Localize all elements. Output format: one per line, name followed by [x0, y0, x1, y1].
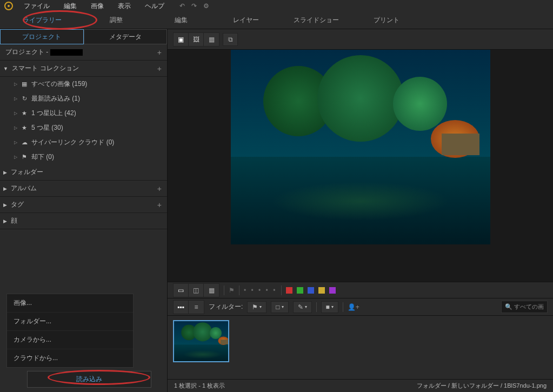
tab-adjust[interactable]: 調整	[84, 12, 149, 28]
section-face[interactable]: ▶ 顔	[0, 213, 167, 229]
filter-flag-btn[interactable]: ⚑▾	[247, 301, 266, 313]
color-swatch-green[interactable]	[297, 287, 303, 294]
view-single-icon[interactable]: ▣	[174, 33, 189, 46]
tab-edit[interactable]: 編集	[149, 12, 214, 28]
section-smart-collection[interactable]: ▼ スマート コレクション +	[0, 61, 167, 77]
redo-icon[interactable]: ↷	[191, 2, 197, 10]
selection-status: 1 枚選択 - 1 枚表示	[174, 382, 225, 390]
app-logo-icon	[4, 2, 13, 10]
tree-one-star[interactable]: ▷★1 つ星以上 (42)	[0, 106, 167, 121]
thumb-size-small-icon[interactable]: ▪▪▪	[174, 301, 189, 314]
section-album[interactable]: ▶ アルバム+	[0, 181, 167, 197]
add-tag-icon[interactable]: +	[157, 201, 162, 209]
add-person-icon[interactable]: 👤+	[348, 303, 359, 311]
layout-single-icon[interactable]: ▭	[174, 284, 189, 297]
flag-icon: ⚑	[21, 154, 28, 161]
add-smart-collection-icon[interactable]: +	[157, 64, 162, 73]
preview-area	[168, 50, 553, 282]
tree-rejected[interactable]: ▷⚑却下 (0)	[0, 150, 167, 164]
sidebar: プロジェクト メタデータ プロジェクト - + ▼ スマート コレクション + …	[0, 29, 168, 392]
thumb-size-list-icon[interactable]: ≡	[189, 301, 204, 314]
tree-label: すべての画像 (159)	[31, 79, 87, 89]
view-photo-icon[interactable]: 🖼	[189, 33, 204, 46]
star-icon: ★	[21, 110, 28, 117]
project-row[interactable]: プロジェクト - +	[0, 44, 167, 61]
import-folder-item[interactable]: フォルダー...	[7, 313, 133, 331]
tree-label: 1 つ星以上 (42)	[31, 109, 76, 118]
preview-image[interactable]	[231, 50, 490, 244]
sidetab-metadata[interactable]: メタデータ	[84, 29, 168, 44]
menu-help[interactable]: ヘルプ	[138, 0, 171, 12]
project-label: プロジェクト -	[5, 48, 50, 56]
section-tag[interactable]: ▶ タグ+	[0, 197, 167, 213]
color-swatch-yellow[interactable]	[318, 287, 325, 294]
tab-slideshow[interactable]: スライドショー	[278, 12, 354, 28]
menu-view[interactable]: 表示	[111, 0, 137, 12]
section-folder[interactable]: ▶ フォルダー	[0, 164, 167, 181]
menu-edit[interactable]: 編集	[57, 0, 83, 12]
tree-recent-import[interactable]: ▷↻最新読み込み (1)	[0, 91, 167, 106]
tree-all-images[interactable]: ▷▦すべての画像 (159)	[0, 77, 167, 91]
undo-icon[interactable]: ↶	[179, 2, 185, 10]
color-swatch-purple[interactable]	[329, 287, 336, 294]
settings-icon[interactable]: ⚙	[203, 2, 209, 10]
layout-split-icon[interactable]: ◫	[189, 284, 204, 297]
import-cloud-item[interactable]: クラウドから...	[7, 349, 133, 367]
tag-label: タグ	[11, 201, 24, 208]
tab-layer[interactable]: レイヤー	[214, 12, 278, 28]
import-camera-item[interactable]: カメラから...	[7, 331, 133, 349]
tree-five-star[interactable]: ▷★5 つ星 (30)	[0, 121, 167, 135]
tree-label: 却下 (0)	[31, 152, 54, 162]
view-toolbar: ▣ 🖼 ▦ ⧉	[168, 29, 553, 50]
filter-label: フィルター:	[209, 302, 243, 311]
album-label: アルバム	[11, 184, 37, 192]
folder-label: フォルダー	[11, 168, 43, 176]
layout-toolbar: ▭ ◫ ▦ ⚑ • • • • •	[168, 282, 553, 298]
reload-icon: ↻	[21, 95, 28, 103]
import-button[interactable]: 読み込み	[27, 371, 151, 388]
filter-toolbar: ▪▪▪ ≡ フィルター: ⚑▾ □▾ ✎▾ ■▾ 👤+ 🔍 すべての画	[168, 298, 553, 315]
add-project-icon[interactable]: +	[157, 48, 162, 57]
face-label: 顔	[11, 217, 17, 224]
star-icon: ★	[21, 124, 28, 132]
thumbnail-strip	[168, 315, 553, 379]
status-bar: 1 枚選択 - 1 枚表示 フォルダー / 新しいフォルダー / 1BlS7nd…	[168, 379, 553, 392]
tree-label: 5 つ星 (30)	[31, 123, 63, 132]
import-image-item[interactable]: 画像...	[7, 294, 133, 313]
view-dual-icon[interactable]: ⧉	[223, 33, 238, 46]
menu-file[interactable]: ファイル	[17, 0, 56, 12]
filter-label-btn[interactable]: □▾	[271, 301, 288, 313]
filter-rating-btn[interactable]: ✎▾	[293, 301, 312, 313]
tree-label: サイバーリンク クラウド (0)	[31, 138, 114, 147]
sidetab-project[interactable]: プロジェクト	[0, 29, 84, 44]
filter-color-btn[interactable]: ■▾	[321, 301, 338, 313]
grid-icon: ▦	[21, 81, 28, 88]
add-album-icon[interactable]: +	[157, 184, 162, 193]
cloud-icon: ☁	[21, 139, 28, 147]
smart-collection-label: スマート コレクション	[12, 64, 78, 72]
module-tabbar: ライブラリー 調整 編集 レイヤー スライドショー プリント	[0, 12, 553, 29]
tab-print[interactable]: プリント	[354, 12, 419, 28]
thumbnail-item[interactable]	[173, 320, 229, 362]
rating-dots[interactable]: • • • • •	[244, 287, 277, 294]
tree-label: 最新読み込み (1)	[31, 94, 80, 103]
layout-grid-icon[interactable]: ▦	[204, 284, 219, 297]
menu-image[interactable]: 画像	[84, 0, 110, 12]
color-swatch-blue[interactable]	[308, 287, 314, 294]
tab-library[interactable]: ライブラリー	[0, 12, 84, 28]
color-swatch-red[interactable]	[286, 287, 292, 294]
flag-icon[interactable]: ⚑	[229, 287, 235, 294]
tree-cloud[interactable]: ▷☁サイバーリンク クラウド (0)	[0, 135, 167, 150]
project-name-redacted	[50, 49, 83, 56]
content-area: ▣ 🖼 ▦ ⧉ ▭	[168, 29, 553, 392]
menubar: ファイル 編集 画像 表示 ヘルプ ↶ ↷ ⚙	[0, 0, 553, 12]
import-context-menu: 画像... フォルダー... カメラから... クラウドから...	[6, 294, 134, 368]
breadcrumb: フォルダー / 新しいフォルダー / 1BlS7ndu-1.png	[417, 382, 547, 390]
search-input[interactable]: 🔍 すべての画	[501, 301, 548, 313]
view-grid-icon[interactable]: ▦	[204, 33, 219, 46]
